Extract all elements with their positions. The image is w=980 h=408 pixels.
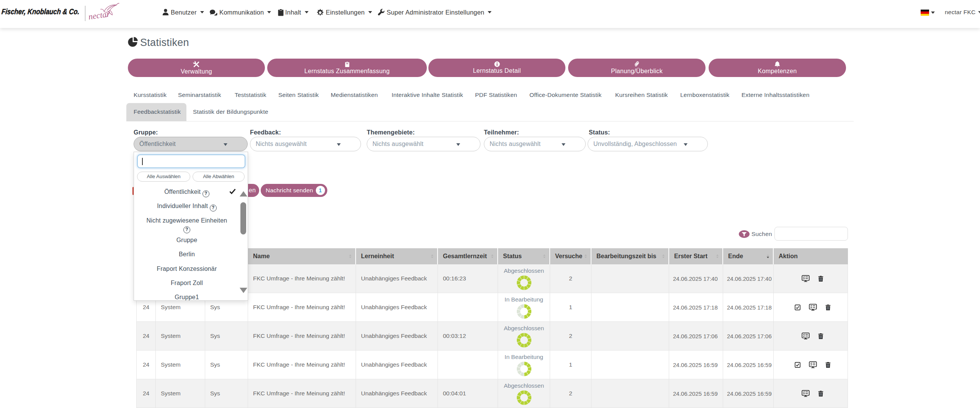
svg-text:nectar: nectar bbox=[89, 9, 111, 21]
